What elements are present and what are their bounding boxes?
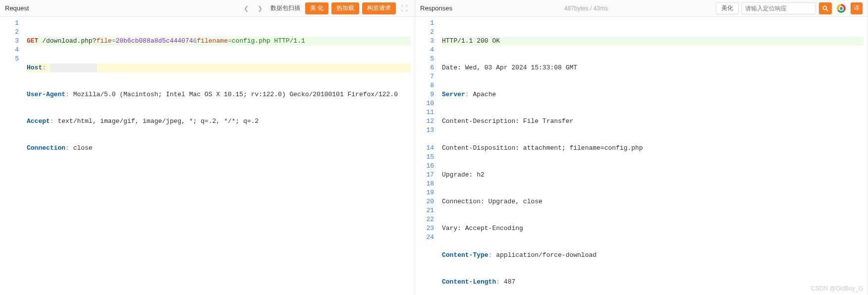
beautify-response-button[interactable]: 美化: [716, 2, 739, 14]
status-line: HTTP/1.1 200 OK: [442, 37, 864, 46]
watermark: CSDN @OidBoy_G: [811, 285, 863, 292]
svg-line-1: [826, 9, 828, 11]
hotload-button[interactable]: 热加载: [331, 2, 359, 14]
date-line: Date: Wed, 03 Apr 2024 15:33:08 GMT: [442, 63, 864, 72]
search-icon: [822, 5, 829, 12]
ua-line: User-Agent: Mozilla/5.0 (Macintosh; Inte…: [27, 90, 411, 99]
cdisp-line: Content-Disposition: attachment; filenam…: [442, 144, 864, 153]
beautify-button[interactable]: 美 化: [305, 2, 328, 14]
request-toolbar: Request ❮ ❯ 数据包扫描 美 化 热加载 构造请求 ⛶: [0, 0, 415, 17]
chrome-icon[interactable]: [835, 2, 848, 14]
response-panel: Responses 487bytes / 43ms 美化 详 123456789…: [415, 0, 868, 295]
request-line: GET /download.php?file=20b6cb088a8d5c444…: [27, 37, 411, 46]
search-button[interactable]: [819, 2, 832, 14]
connection-line: Connection: close: [27, 144, 411, 153]
response-stats: 487bytes / 43ms: [564, 5, 608, 12]
detail-button[interactable]: 详: [851, 2, 863, 14]
ctype-line: Content-Type: application/force-download: [442, 251, 864, 260]
accept-line: Accept: text/html, image/gif, image/jpeg…: [27, 117, 411, 126]
clen-line: Content-Length: 487: [442, 278, 864, 287]
search-input[interactable]: [742, 2, 816, 14]
response-title: Responses: [420, 4, 452, 12]
response-lines: HTTP/1.1 200 OK Date: Wed, 03 Apr 2024 1…: [438, 17, 868, 295]
request-gutter: 12345: [0, 17, 23, 295]
expand-icon[interactable]: ⛶: [399, 3, 410, 14]
vary-line: Vary: Accept-Encoding: [442, 224, 864, 233]
breadcrumb: 数据包扫描: [269, 4, 302, 12]
response-toolbar: Responses 487bytes / 43ms 美化 详: [415, 0, 868, 17]
nav-next[interactable]: ❯: [255, 3, 266, 14]
nav-prev[interactable]: ❮: [241, 3, 252, 14]
host-line: Host:: [27, 63, 411, 72]
request-lines: GET /download.php?file=20b6cb088a8d5c444…: [23, 17, 415, 295]
cd-line: Content-Description: File Transfer: [442, 117, 864, 126]
request-title: Request: [5, 4, 29, 12]
response-gutter: 123456789101112131415161718192021222324: [415, 17, 438, 295]
server-line: Server: Apache: [442, 90, 864, 99]
request-code[interactable]: 12345 GET /download.php?file=20b6cb088a8…: [0, 17, 415, 295]
request-panel: Request ❮ ❯ 数据包扫描 美 化 热加载 构造请求 ⛶ 12345 G…: [0, 0, 415, 295]
upgrade-line: Upgrade: h2: [442, 171, 864, 179]
construct-request-button[interactable]: 构造请求: [362, 2, 396, 14]
conn-line: Connection: Upgrade, close: [442, 197, 864, 206]
svg-point-0: [823, 6, 826, 9]
response-code[interactable]: 123456789101112131415161718192021222324 …: [415, 17, 868, 295]
